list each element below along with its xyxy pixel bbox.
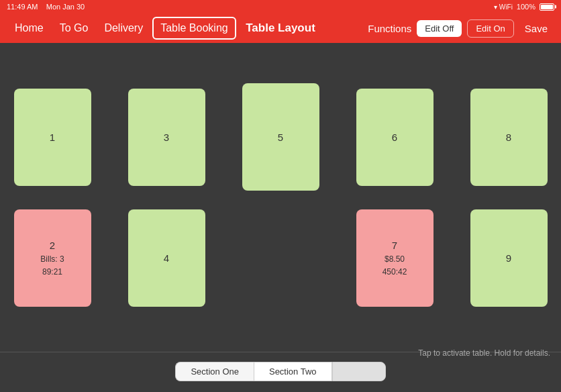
table-cell-9: 9 [465,204,552,311]
table-5[interactable]: 5 [242,83,319,191]
table-cell-empty [237,204,324,311]
edit-on-button[interactable]: Edit On [467,19,513,38]
app-wrapper: 11:49 AM Mon Jan 30 ▾ WiFi 100% Home To … [0,0,561,392]
table-7[interactable]: 7 $8.50 450:42 [356,209,434,307]
page-title: Table Layout [246,13,315,43]
table-4-number: 4 [164,251,169,265]
table-1[interactable]: 1 [14,89,91,186]
table-2[interactable]: 2 Bills: 3 89:21 [14,209,91,307]
table-3-number: 3 [164,130,169,144]
table-cell-2: 2 Bills: 3 89:21 [9,204,96,311]
bottom-bar: Tap to activate table. Hold for details.… [0,352,561,392]
table-8-number: 8 [506,130,511,144]
table-cell-4: 4 [123,204,210,311]
nav-item-to-go[interactable]: To Go [53,18,95,38]
table-8[interactable]: 8 [470,89,548,186]
table-2-time: 89:21 [42,266,62,278]
nav-bar: Home To Go Delivery Table Booking Table … [0,13,561,43]
nav-item-table-booking[interactable]: Table Booking [152,17,236,40]
wifi-icon: ▾ WiFi [494,3,513,11]
table-cell-8: 8 [465,83,552,191]
table-cell-5: 5 [237,83,324,191]
table-4[interactable]: 4 [128,209,205,307]
status-right: ▾ WiFi 100% [494,3,554,11]
table-2-bills: Bills: 3 [40,254,64,265]
table-7-amount: $8.50 [385,254,405,265]
time-display: 11:49 AM [7,3,38,11]
functions-label: Functions [368,23,411,34]
battery-percent: 100% [517,3,536,11]
table-cell-1: 1 [9,83,96,191]
hint-text: Tap to activate table. Hold for details. [0,348,561,362]
status-left: 11:49 AM Mon Jan 30 [7,3,85,11]
table-1-number: 1 [50,130,55,144]
section-one-tab[interactable]: Section One [175,362,254,381]
date-display: Mon Jan 30 [46,3,85,11]
nav-item-delivery[interactable]: Delivery [97,18,150,38]
table-grid: 1 3 5 6 [20,56,541,338]
save-button[interactable]: Save [519,19,553,38]
battery-icon [540,3,554,11]
table-cell-6: 6 [351,83,438,191]
table-7-time: 450:42 [382,266,407,278]
table-cell-7: 7 $8.50 450:42 [351,204,438,311]
main-content: 1 3 5 6 [0,43,561,352]
table-2-number: 2 [50,238,55,252]
status-bar: 11:49 AM Mon Jan 30 ▾ WiFi 100% [0,0,561,13]
table-5-number: 5 [278,130,283,144]
section-tabs: Section One Section Two [0,362,561,384]
section-two-tab[interactable]: Section Two [254,362,332,381]
table-6-number: 6 [392,130,397,144]
section-three-tab[interactable] [332,362,386,381]
nav-item-home[interactable]: Home [8,18,50,38]
table-6[interactable]: 6 [356,89,434,186]
table-cell-3: 3 [123,83,210,191]
table-3[interactable]: 3 [128,89,205,186]
edit-off-button[interactable]: Edit Off [417,20,462,37]
table-9[interactable]: 9 [470,209,548,307]
table-9-number: 9 [506,251,511,265]
nav-right: Functions Edit Off Edit On Save [368,19,553,38]
table-7-number: 7 [392,238,397,252]
